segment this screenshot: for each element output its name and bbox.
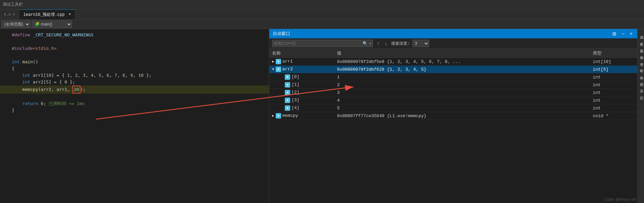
sidebar-icon-1: 调试: [638, 30, 644, 36]
main-area: #define _CRT_SECURE_NO_WARNINGS #include…: [0, 29, 644, 203]
var-value-cell: 2: [334, 81, 590, 89]
active-tab[interactable]: learn16_预处理.cpp ×: [19, 9, 75, 19]
sidebar-icon-10: 运行: [638, 91, 644, 96]
var-icon: ◆: [285, 105, 290, 111]
var-name-cell: ◆[2]: [269, 89, 334, 97]
auto-window-title: 自动窗口: [273, 31, 290, 37]
sidebar-icon-2: 断点: [638, 37, 644, 42]
close-tab-btn[interactable]: ×: [69, 12, 71, 17]
search-input-wrap: 🔍 ▾: [272, 40, 373, 47]
var-value-cell: 0x00000070f2dbf5e8 {1, 2, 3, 4, 5, 6, 7,…: [334, 58, 590, 66]
var-type-cell: int[5]: [590, 66, 637, 73]
var-type-cell: int: [590, 89, 637, 97]
sidebar-icon-5: 寄存: [638, 57, 644, 63]
expand-arrow[interactable]: ▼: [272, 67, 274, 71]
auto-window: 自动窗口 ⊞ − × 🔍 ▾ ↑ ↓ 搜索深度: 3: [269, 29, 637, 203]
search-up-button[interactable]: ↑: [376, 41, 381, 46]
var-name: arr2: [282, 67, 293, 72]
code-line: {: [0, 65, 269, 72]
table-row[interactable]: ◆[1]2int: [269, 81, 637, 89]
var-name-cell: ◆[0]: [269, 73, 334, 81]
search-depth-label: 搜索深度:: [391, 41, 410, 46]
sidebar-icon-7: 输出: [638, 71, 644, 76]
search-input[interactable]: [274, 41, 361, 46]
var-type-cell: void *: [590, 112, 637, 120]
sidebar-icon-9: 工具: [638, 84, 644, 90]
col-header-type: 类型: [590, 49, 637, 58]
col-header-value: 值: [334, 49, 590, 58]
search-toolbar: 🔍 ▾ ↑ ↓ 搜索深度: 3: [269, 38, 637, 49]
var-name-cell: ▼◆arr2: [269, 66, 334, 73]
sidebar-icon-3: 监视: [638, 44, 644, 49]
var-value-cell: 3: [334, 89, 590, 97]
function-select[interactable]: 🧩 main(): [32, 21, 72, 28]
code-editor[interactable]: #define _CRT_SECURE_NO_WARNINGS #include…: [0, 29, 269, 203]
var-value-cell: 4: [334, 97, 590, 104]
close-button[interactable]: ×: [629, 31, 634, 36]
var-name-cell: ◆[1]: [269, 81, 334, 89]
var-name-cell: ▶◆memcpy: [269, 112, 334, 120]
pin-button[interactable]: ⊞: [611, 31, 618, 36]
code-line: int arr2[5] = { 0 };: [0, 79, 269, 86]
var-icon: ◆: [276, 59, 281, 64]
col-header-name: 名称: [269, 49, 334, 58]
var-name: memcpy: [282, 113, 298, 118]
right-sidebar: 调试 断点 监视 堆栈 寄存 即时 输出 错误 工具 运行: [637, 29, 644, 203]
table-row[interactable]: ▶◆arr10x00000070f2dbf5e8 {1, 2, 3, 4, 5,…: [269, 58, 637, 66]
var-name: [4]: [292, 105, 299, 110]
search-down-button[interactable]: ↓: [383, 41, 388, 46]
var-name: [3]: [292, 98, 299, 103]
sidebar-icon-6: 即时: [638, 64, 644, 69]
minimize-button[interactable]: −: [620, 31, 626, 36]
var-value-cell: 5: [334, 104, 590, 112]
table-row[interactable]: ◆[0]1int: [269, 73, 637, 81]
watermark: CSDN @dfmsy/de: [605, 198, 636, 202]
code-line: int main(): [0, 59, 269, 65]
var-type-cell: int: [590, 81, 637, 89]
var-type-cell: int: [590, 97, 637, 104]
code-line: }: [0, 107, 269, 114]
search-icon: 🔍: [363, 41, 368, 46]
var-name: [1]: [292, 82, 299, 87]
code-line: #define _CRT_SECURE_NO_WARNINGS: [0, 32, 269, 38]
var-table[interactable]: 名称 值 类型 ▶◆arr10x00000070f2dbf5e8 {1, 2, …: [269, 49, 637, 203]
var-name: arr1: [282, 59, 293, 64]
table-row[interactable]: ◆[3]4int: [269, 97, 637, 104]
var-name: [2]: [292, 90, 299, 95]
header-controls: ⊞ − ×: [611, 31, 634, 36]
table-row[interactable]: ▶◆memcpy0x00007ff77ce35640 {L1.exe!memcp…: [269, 112, 637, 120]
var-icon: ◆: [285, 82, 290, 88]
code-line-memcpy: memcpy(arr2, arr1, 20);: [0, 86, 269, 94]
var-type-cell: int: [590, 73, 637, 81]
code-line: [0, 94, 269, 100]
table-row[interactable]: ◆[2]3int: [269, 89, 637, 97]
var-type-cell: int: [590, 104, 637, 112]
sidebar-icon-4: 堆栈: [638, 50, 644, 56]
var-icon: ◆: [285, 74, 290, 80]
var-icon: ◆: [276, 113, 281, 119]
auto-window-header: 自动窗口 ⊞ − ×: [269, 29, 637, 38]
depth-select[interactable]: 3: [412, 40, 429, 47]
var-name-cell: ◆[3]: [269, 97, 334, 104]
table-row[interactable]: ▼◆arr20x00000070f2dbf628 {1, 2, 3, 4, 5}…: [269, 66, 637, 73]
code-content: #define _CRT_SECURE_NO_WARNINGS #include…: [0, 29, 269, 116]
code-line-return: return 0; 已用时间 <= 1ms: [0, 100, 269, 107]
var-icon: ◆: [285, 98, 290, 103]
expand-arrow[interactable]: ▶: [272, 60, 274, 64]
var-value-cell: 0x00000070f2dbf628 {1, 2, 3, 4, 5}: [334, 66, 590, 73]
expand-arrow[interactable]: ▶: [272, 114, 274, 118]
code-line: [0, 38, 269, 45]
prev-tab[interactable]: t.c ×: [0, 9, 19, 19]
table-row[interactable]: ◆[4]5int: [269, 104, 637, 112]
secondary-toolbar: (全局范围) 🧩 main(): [0, 20, 644, 29]
top-toolbar-text: 调试工具栏: [3, 2, 23, 7]
close-tab-btn[interactable]: ×: [13, 12, 15, 16]
tab-filename: learn16_预处理.cpp: [23, 12, 64, 18]
var-name: [0]: [292, 74, 299, 79]
var-type-cell: int[10]: [590, 58, 637, 66]
search-dropdown-icon[interactable]: ▾: [369, 41, 371, 46]
scope-select[interactable]: (全局范围): [1, 21, 30, 28]
top-toolbar: 调试工具栏: [0, 0, 644, 9]
code-line: int arr1[10] = { 1, 2, 3, 4, 5, 6, 7, 8,…: [0, 72, 269, 79]
tab-bar: t.c × learn16_预处理.cpp ×: [0, 9, 644, 20]
